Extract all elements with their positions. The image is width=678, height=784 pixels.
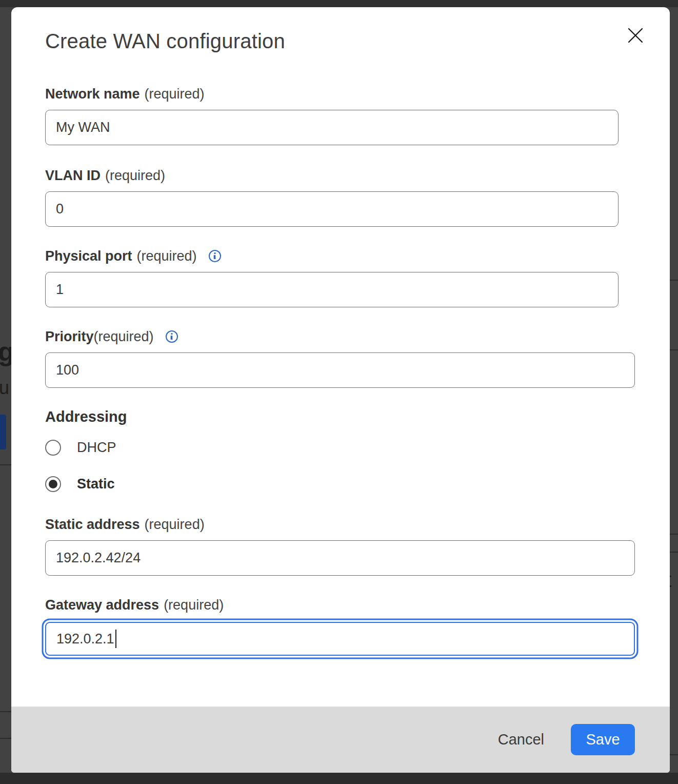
dialog-footer: Cancel Save xyxy=(11,707,670,773)
gateway-address-value: 192.0.2.1 xyxy=(56,631,114,647)
background-divider xyxy=(0,464,11,465)
radio-label[interactable]: Static xyxy=(77,476,115,492)
gateway-address-label: Gateway address (required) xyxy=(45,597,670,613)
static-address-input[interactable] xyxy=(45,540,635,576)
background-divider xyxy=(0,738,11,739)
text-cursor xyxy=(115,630,117,648)
priority-input[interactable] xyxy=(45,352,635,388)
background-divider xyxy=(670,349,678,350)
background-divider xyxy=(670,280,678,281)
background-divider xyxy=(670,754,678,755)
dialog-title: Create WAN configuration xyxy=(45,29,670,53)
network-name-input[interactable] xyxy=(45,110,619,145)
background-divider xyxy=(670,552,678,553)
close-icon[interactable] xyxy=(625,25,646,46)
vlan-id-input[interactable] xyxy=(45,191,619,227)
addressing-heading: Addressing xyxy=(45,408,670,425)
save-button[interactable]: Save xyxy=(571,724,635,755)
addressing-option-static[interactable]: Static xyxy=(45,476,670,492)
background-divider xyxy=(0,711,11,712)
physical-port-input[interactable] xyxy=(45,272,619,307)
radio-dot xyxy=(49,480,57,488)
cancel-button[interactable]: Cancel xyxy=(498,731,544,748)
info-icon[interactable] xyxy=(165,330,178,343)
radio-unselected-icon[interactable] xyxy=(45,440,61,456)
gateway-address-input[interactable]: 192.0.2.1 xyxy=(45,622,635,656)
create-wan-dialog: Create WAN configuration Network name (r… xyxy=(11,7,670,773)
physical-port-label: Physical port (required) xyxy=(45,248,670,264)
background-divider xyxy=(670,534,678,535)
addressing-option-dhcp[interactable]: DHCP xyxy=(45,440,670,456)
info-icon[interactable] xyxy=(208,249,222,263)
overlay-top-strip xyxy=(0,0,678,7)
vlan-id-label: VLAN ID (required) xyxy=(45,168,670,183)
network-name-label: Network name (required) xyxy=(45,86,670,102)
background-button-fragment xyxy=(0,415,6,449)
priority-label: Priority (required) xyxy=(45,329,670,344)
overlay-bottom-strip xyxy=(0,773,678,784)
radio-selected-icon[interactable] xyxy=(45,476,61,492)
static-address-label: Static address (required) xyxy=(45,517,670,532)
radio-label[interactable]: DHCP xyxy=(77,440,116,456)
background-text-fragment: u xyxy=(0,377,9,399)
